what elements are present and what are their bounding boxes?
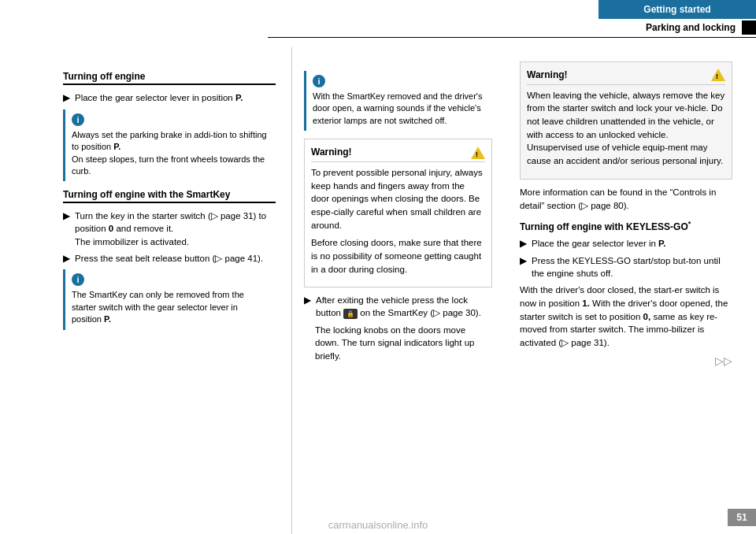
- info1-bold1: P.: [113, 142, 120, 151]
- bullet-text-3: Press the seat belt release button (▷ pa…: [75, 252, 263, 265]
- watermark-text: carmanualsonline.info: [328, 519, 428, 531]
- bullet-arrow-3: ▶: [63, 252, 70, 265]
- middle-bullet-text: After exiting the vehicle press the lock…: [316, 294, 492, 319]
- middle-info-text: With the SmartKey removed and the driver…: [313, 91, 482, 125]
- section2-heading: Turning off engine with the SmartKey: [63, 189, 276, 203]
- header-bar: Getting started Parking and locking: [284, 0, 756, 38]
- getting-started-tab: Getting started: [598, 0, 756, 19]
- keyless-go-heading: Turning off engine with KEYLESS-GO*: [520, 220, 732, 232]
- right-warning-header: Warning!: [527, 69, 725, 85]
- info-box-1: i Always set the parking brake in addi-t…: [63, 109, 276, 182]
- bullet-item-1: ▶ Place the gear selector lever in posit…: [63, 91, 276, 105]
- double-arrow-container: ▷▷: [520, 354, 732, 367]
- right-bullet-arrow-1: ▶: [520, 237, 527, 250]
- bullet-item-2: ▶ Turn the key in the starter switch (▷ …: [63, 210, 276, 247]
- right-warning-text: When leaving the vehicle, always remove …: [527, 89, 725, 168]
- page-container: Getting started Parking and locking Turn…: [0, 0, 756, 534]
- info1-text2: On steep slopes, turn the front wheels t…: [72, 154, 265, 176]
- info-box-2: i The SmartKey can only be removed from …: [63, 269, 276, 329]
- right-bullet-1: ▶ Place the gear selector lever in P.: [520, 237, 732, 250]
- getting-started-label: Getting started: [643, 4, 710, 15]
- middle-warning-triangle: [471, 146, 485, 159]
- middle-bullet-arrow: ▶: [304, 294, 311, 319]
- bullet-text-1: Place the gear selector lever in positio…: [75, 91, 243, 105]
- right-warning-label: Warning!: [527, 69, 568, 82]
- bullet-arrow-2: ▶: [63, 210, 70, 247]
- middle-warning-header: Warning!: [311, 146, 485, 162]
- right-column: Warning! When leaving the vehicle, alway…: [504, 47, 756, 534]
- info1-text1: Always set the parking brake in addi-tio…: [72, 130, 267, 151]
- section-black-square: [742, 20, 756, 35]
- watermark: carmanualsonline.info: [0, 519, 756, 534]
- right-bullet-arrow-2: ▶: [520, 254, 527, 280]
- right-bullet-text-1: Place the gear selector lever in P.: [532, 237, 665, 250]
- bullet-arrow-1: ▶: [63, 91, 70, 105]
- middle-warning-text2: Before closing doors, make sure that the…: [311, 236, 485, 276]
- parking-locking-label: Parking and locking: [646, 22, 736, 33]
- info-icon-2: i: [72, 273, 84, 286]
- middle-warning-box: Warning! To prevent possible personal in…: [304, 139, 492, 287]
- parking-locking-bar: Parking and locking: [268, 20, 756, 38]
- info2-text: The SmartKey can only be removed from th…: [72, 290, 244, 324]
- right-body-text: With the driver's door closed, the start…: [520, 284, 732, 349]
- middle-warning-label: Warning!: [311, 146, 352, 159]
- info-icon-1: i: [72, 113, 84, 126]
- middle-column: i With the SmartKey removed and the driv…: [291, 47, 504, 534]
- middle-info-box: i With the SmartKey removed and the driv…: [304, 71, 492, 131]
- bold-p-1: P.: [235, 93, 243, 102]
- middle-info-icon: i: [313, 75, 325, 87]
- middle-bullet-1: ▶ After exiting the vehicle press the lo…: [304, 294, 492, 319]
- left-column: Turning off engine ▶ Place the gear sele…: [0, 47, 291, 534]
- double-arrow-icon: ▷▷: [715, 354, 732, 367]
- info2-bold: P.: [104, 314, 111, 324]
- smartkey-icon: 🔒: [343, 309, 358, 319]
- bullet-item-3: ▶ Press the seat belt release button (▷ …: [63, 252, 276, 265]
- right-bullet-text-2: Press the KEYLESS-GO start/stop but-ton …: [532, 254, 732, 280]
- section1-heading: Turning off engine: [63, 71, 276, 85]
- right-bold-p: P.: [658, 239, 665, 248]
- keyless-go-label: Turning off engine with KEYLESS-GO: [520, 221, 688, 232]
- more-info-text: More information can be found in the “Co…: [520, 186, 732, 212]
- right-bullet-2: ▶ Press the KEYLESS-GO start/stop but-to…: [520, 254, 732, 280]
- right-warning-box: Warning! When leaving the vehicle, alway…: [520, 61, 732, 180]
- right-warning-triangle: [711, 69, 725, 81]
- middle-warning-text1: To prevent possible personal injury, alw…: [311, 166, 485, 232]
- middle-locking-text: The locking knobs on the doors move down…: [315, 324, 492, 363]
- bullet-text-2: Turn the key in the starter switch (▷ pa…: [75, 210, 276, 247]
- star-mark: *: [688, 220, 691, 228]
